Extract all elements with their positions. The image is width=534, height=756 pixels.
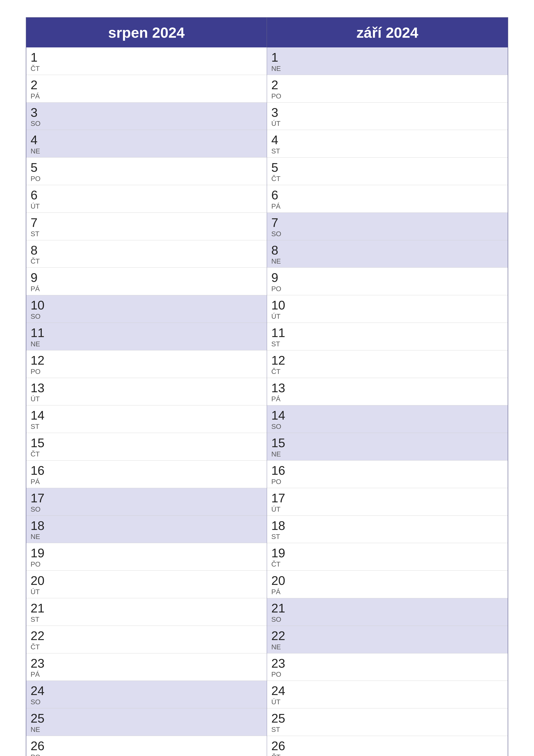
day-cell: 5 PO (26, 157, 267, 185)
day-name: NE (31, 147, 263, 155)
day-row: 24 SO 24 ÚT (26, 681, 508, 708)
day-name: ÚT (31, 202, 263, 210)
calendar-grid: srpen 2024 září 2024 1 ČT 1 NE 2 PÁ 2 PO… (26, 17, 508, 756)
day-name: NE (271, 65, 503, 73)
day-name: ÚT (31, 588, 263, 596)
day-row: 13 ÚT 13 PÁ (26, 378, 508, 406)
day-cell: 4 NE (26, 130, 267, 157)
day-name: PÁ (271, 588, 503, 596)
day-name: PÁ (31, 92, 263, 100)
day-cell: 6 PÁ (267, 185, 508, 213)
day-number: 5 (271, 161, 503, 174)
day-number: 23 (271, 657, 503, 670)
day-cell: 25 NE (26, 708, 267, 736)
day-number: 3 (271, 106, 503, 120)
day-name: PO (271, 92, 503, 100)
day-cell: 9 PÁ (26, 268, 267, 295)
day-cell: 17 ÚT (267, 488, 508, 516)
day-number: 17 (31, 491, 263, 505)
day-name: NE (271, 257, 503, 265)
day-cell: 13 ÚT (26, 378, 267, 406)
day-number: 19 (271, 546, 503, 560)
day-row: 23 PÁ 23 PO (26, 653, 508, 681)
day-number: 4 (31, 133, 263, 147)
day-name: ČT (271, 368, 503, 376)
day-number: 16 (271, 464, 503, 477)
day-row: 22 ČT 22 NE (26, 626, 508, 653)
day-cell: 26 ČT (267, 736, 508, 756)
day-name: ST (31, 422, 263, 431)
day-row: 15 ČT 15 NE (26, 433, 508, 461)
day-cell: 5 ČT (267, 157, 508, 185)
day-row: 1 ČT 1 NE (26, 47, 508, 75)
day-cell: 25 ST (267, 708, 508, 736)
day-name: SO (31, 120, 263, 127)
day-name: ST (271, 726, 503, 734)
day-cell: 6 ÚT (26, 185, 267, 213)
day-name: PÁ (31, 285, 263, 293)
day-number: 20 (31, 574, 263, 587)
day-name: SO (271, 230, 503, 238)
day-cell: 19 ČT (267, 543, 508, 571)
day-name: PO (271, 478, 503, 486)
day-cell: 19 PO (26, 543, 267, 571)
day-number: 19 (31, 546, 263, 560)
day-row: 3 SO 3 ÚT (26, 103, 508, 130)
day-cell: 8 NE (267, 240, 508, 268)
day-number: 18 (31, 519, 263, 532)
day-number: 9 (271, 271, 503, 284)
day-cell: 2 PÁ (26, 75, 267, 103)
day-cell: 18 ST (267, 516, 508, 543)
day-cell: 23 PO (267, 653, 508, 681)
day-row: 18 NE 18 ST (26, 516, 508, 543)
day-cell: 21 ST (26, 598, 267, 626)
day-row: 19 PO 19 ČT (26, 543, 508, 571)
day-number: 3 (31, 106, 263, 120)
day-name: PÁ (31, 478, 263, 486)
day-cell: 16 PÁ (26, 461, 267, 488)
day-row: 21 ST 21 SO (26, 598, 508, 626)
day-name: PO (31, 560, 263, 568)
day-name: ČT (31, 65, 263, 73)
day-name: ČT (271, 560, 503, 568)
day-cell: 4 ST (267, 130, 508, 157)
day-number: 24 (31, 684, 263, 698)
day-row: 7 ST 7 SO (26, 213, 508, 240)
day-number: 25 (271, 712, 503, 725)
day-number: 4 (271, 133, 503, 147)
day-cell: 8 ČT (26, 240, 267, 268)
day-cell: 9 PO (267, 268, 508, 295)
day-number: 1 (271, 50, 503, 64)
day-name: ÚT (271, 505, 503, 513)
day-name: ČT (31, 257, 263, 265)
day-number: 13 (31, 381, 263, 395)
day-name: ÚT (271, 120, 503, 127)
day-number: 9 (31, 271, 263, 284)
day-cell: 22 ČT (26, 626, 267, 653)
day-cell: 12 PO (26, 350, 267, 378)
day-name: ST (271, 147, 503, 155)
day-cell: 20 PÁ (267, 571, 508, 598)
day-name: NE (31, 726, 263, 734)
day-cell: 7 SO (267, 213, 508, 240)
day-name: ČT (31, 450, 263, 458)
day-number: 11 (271, 326, 503, 339)
day-cell: 24 SO (26, 681, 267, 708)
day-number: 7 (31, 216, 263, 230)
day-name: NE (31, 533, 263, 541)
day-cell: 14 ST (26, 405, 267, 433)
day-number: 12 (271, 353, 503, 367)
day-number: 20 (271, 574, 503, 587)
day-cell: 16 PO (267, 461, 508, 488)
day-cell: 22 NE (267, 626, 508, 653)
day-number: 18 (271, 519, 503, 532)
day-row: 20 ÚT 20 PÁ (26, 571, 508, 598)
day-row: 4 NE 4 ST (26, 130, 508, 157)
days-container: 1 ČT 1 NE 2 PÁ 2 PO 3 SO 3 ÚT 4 NE 4 (26, 47, 508, 756)
day-row: 9 PÁ 9 PO (26, 268, 508, 295)
calendar-header: srpen 2024 září 2024 (26, 18, 508, 47)
day-row: 12 PO 12 ČT (26, 350, 508, 378)
day-cell: 17 SO (26, 488, 267, 516)
day-number: 23 (31, 657, 263, 670)
day-name: ST (271, 533, 503, 541)
